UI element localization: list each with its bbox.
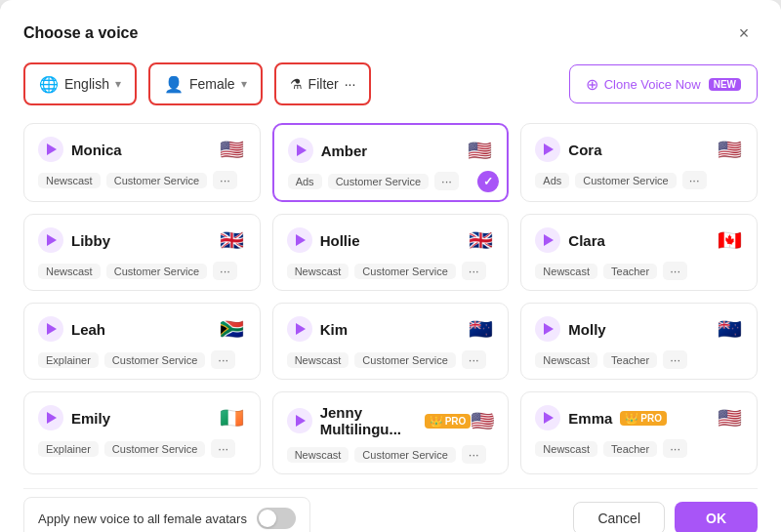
voice-tag: Newscast — [38, 173, 101, 188]
voice-card[interactable]: Libby 🇬🇧 NewscastCustomer Service ··· — [23, 214, 261, 291]
voice-card-header: Emma 👑PRO 🇺🇸 — [535, 404, 743, 431]
flag-icon: 🇳🇿 — [467, 315, 494, 343]
voice-tag: Customer Service — [575, 173, 676, 188]
play-button[interactable] — [287, 408, 312, 433]
gender-filter[interactable]: 👤 Female ▾ — [148, 62, 263, 105]
modal-header: Choose a voice × — [23, 20, 758, 47]
voice-tag: Newscast — [287, 352, 349, 368]
voice-tag: Explainer — [38, 352, 99, 368]
footer-right: Cancel OK — [573, 502, 758, 532]
voice-name-row: Amber — [288, 138, 368, 163]
voice-name: Molly — [568, 321, 605, 338]
voice-card-header: Libby 🇬🇧 — [38, 226, 246, 254]
play-button[interactable] — [287, 227, 312, 253]
modal-title: Choose a voice — [23, 24, 138, 42]
clone-voice-label: Clone Voice Now — [604, 77, 701, 92]
chevron-down-icon: ▾ — [115, 77, 121, 91]
voice-card[interactable]: Hollie 🇬🇧 NewscastCustomer Service ··· — [272, 214, 510, 291]
more-tags-button[interactable]: ··· — [663, 350, 687, 369]
more-tags-button[interactable]: ··· — [213, 262, 237, 280]
globe-icon: 🌐 — [39, 75, 59, 94]
more-tags-button[interactable]: ··· — [663, 439, 687, 458]
voice-tag: Newscast — [287, 447, 349, 463]
clone-voice-button[interactable]: ⊕ Clone Voice Now NEW — [569, 64, 758, 103]
language-filter[interactable]: 🌐 English ▾ — [23, 62, 137, 105]
voice-card[interactable]: Molly 🇳🇿 NewscastTeacher ··· — [520, 303, 758, 380]
voice-name: Kim — [320, 321, 348, 338]
voice-name: Jenny Multilingu... — [320, 404, 417, 437]
voice-tags: NewscastCustomer Service ··· — [287, 262, 495, 280]
voice-tag: Newscast — [287, 264, 349, 279]
cancel-button[interactable]: Cancel — [573, 502, 665, 532]
more-tags-button[interactable]: ··· — [462, 262, 486, 280]
voice-card[interactable]: Jenny Multilingu... 👑PRO 🇺🇸 NewscastCust… — [272, 391, 510, 474]
play-button[interactable] — [38, 405, 63, 430]
footer-left: Apply new voice to all female avatars — [23, 497, 310, 532]
voice-tags: NewscastCustomer Service ··· — [38, 171, 246, 189]
voice-tag: Customer Service — [104, 441, 205, 457]
pro-badge: 👑PRO — [425, 414, 472, 429]
play-button[interactable] — [38, 227, 63, 253]
filter-button[interactable]: ⚗ Filter ··· — [274, 62, 372, 105]
more-tags-button[interactable]: ··· — [462, 350, 486, 369]
more-icon: ··· — [345, 76, 356, 92]
voice-card-header: Cora 🇺🇸 — [535, 136, 743, 163]
voice-card[interactable]: Leah 🇿🇦 ExplainerCustomer Service ··· — [23, 303, 261, 380]
gender-label: Female — [189, 76, 235, 92]
voice-card-header: Molly 🇳🇿 — [535, 315, 743, 343]
voice-name: Libby — [71, 232, 110, 249]
more-tags-button[interactable]: ··· — [211, 350, 235, 369]
female-avatar-toggle[interactable] — [257, 508, 296, 529]
voice-tag: Explainer — [38, 441, 99, 457]
voice-card[interactable]: Emily 🇮🇪 ExplainerCustomer Service ··· — [23, 391, 261, 474]
voice-card[interactable]: Emma 👑PRO 🇺🇸 NewscastTeacher ··· — [520, 391, 758, 474]
pro-badge: 👑PRO — [620, 411, 667, 426]
play-button[interactable] — [288, 138, 313, 163]
more-tags-button[interactable]: ··· — [213, 171, 237, 189]
voice-tag: Customer Service — [354, 264, 455, 279]
voice-card[interactable]: Cora 🇺🇸 AdsCustomer Service ··· — [520, 123, 758, 202]
play-button[interactable] — [535, 137, 560, 162]
play-icon — [544, 143, 554, 155]
filter-label: Filter — [308, 76, 339, 92]
more-tags-button[interactable]: ··· — [211, 439, 235, 458]
voice-card-header: Jenny Multilingu... 👑PRO 🇺🇸 — [287, 404, 495, 437]
play-icon — [47, 412, 57, 424]
voice-card[interactable]: Monica 🇺🇸 NewscastCustomer Service ··· — [23, 123, 261, 202]
voice-tag: Teacher — [603, 264, 657, 279]
choose-voice-modal: Choose a voice × 🌐 English ▾ 👤 Female ▾ … — [0, 0, 781, 532]
toggle-label: Apply new voice to all female avatars — [38, 512, 247, 526]
voice-card[interactable]: Clara 🇨🇦 NewscastTeacher ··· — [520, 214, 758, 291]
voice-tag: Ads — [535, 173, 569, 188]
more-tags-button[interactable]: ··· — [682, 171, 707, 189]
play-icon — [47, 323, 57, 335]
more-tags-button[interactable]: ··· — [663, 262, 687, 280]
voice-card[interactable]: Amber 🇺🇸 AdsCustomer Service ··· — [272, 123, 510, 202]
more-tags-button[interactable]: ··· — [462, 445, 486, 464]
voice-name-row: Libby — [38, 227, 110, 253]
play-button[interactable] — [535, 227, 560, 253]
voice-tag: Ads — [288, 174, 322, 189]
play-button[interactable] — [287, 316, 312, 342]
voice-name: Emily — [71, 410, 110, 427]
voice-name-row: Molly — [535, 316, 605, 342]
close-button[interactable]: × — [730, 20, 758, 47]
flag-icon: 🇳🇿 — [716, 315, 743, 343]
flag-icon: 🇮🇪 — [219, 404, 246, 431]
play-icon — [297, 144, 307, 156]
voice-card[interactable]: Kim 🇳🇿 NewscastCustomer Service ··· — [272, 303, 510, 380]
voice-card-header: Leah 🇿🇦 — [38, 315, 246, 343]
play-button[interactable] — [535, 316, 560, 342]
flag-icon: 🇬🇧 — [467, 226, 494, 254]
play-icon — [296, 415, 306, 427]
play-button[interactable] — [38, 137, 63, 162]
ok-button[interactable]: OK — [675, 502, 758, 532]
more-tags-button[interactable]: ··· — [434, 172, 459, 190]
play-button[interactable] — [38, 316, 63, 342]
play-button[interactable] — [535, 405, 560, 430]
play-icon — [544, 412, 554, 424]
voice-name-row: Emma 👑PRO — [535, 405, 667, 430]
voice-tags: ExplainerCustomer Service ··· — [38, 439, 246, 458]
chevron-down-icon: ▾ — [241, 77, 247, 91]
voice-name: Clara — [568, 232, 605, 249]
